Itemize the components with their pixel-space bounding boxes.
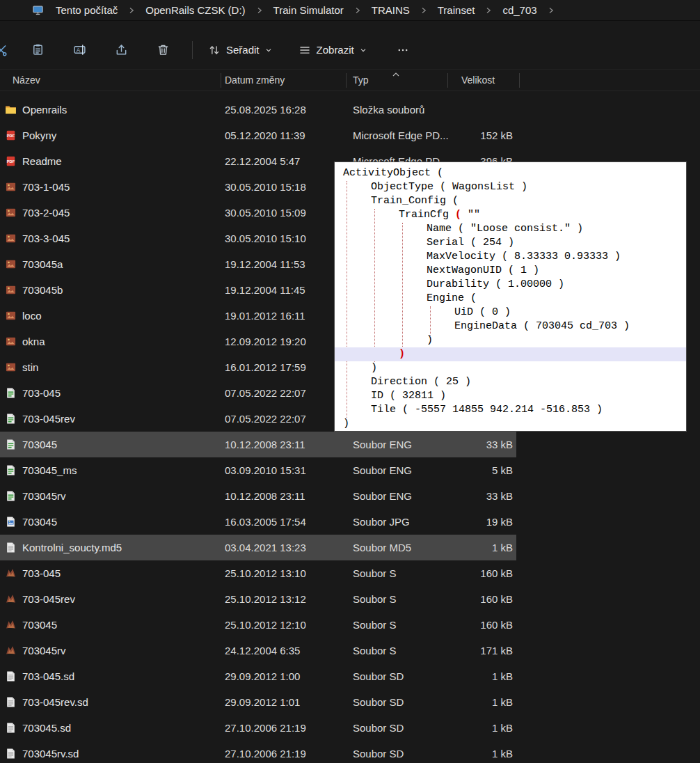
code-line: ): [335, 347, 686, 361]
code-line: MaxVelocity ( 8.33333 0.93333 ): [335, 250, 686, 264]
file-name-cell: okna: [0, 336, 225, 347]
file-row[interactable]: Kontrolni_soucty.md503.04.2021 13:23Soub…: [0, 535, 700, 560]
file-row[interactable]: 703045rv10.12.2008 23:11Soubor ENG33 kB: [0, 483, 700, 509]
sort-button[interactable]: Seřadit: [200, 38, 280, 63]
clipboard-icon: [31, 43, 45, 56]
file-date: 25.10.2012 13:12: [225, 593, 353, 605]
code-line: Name ( "Loose consist." ): [335, 222, 686, 236]
column-divider[interactable]: [447, 73, 448, 88]
file-date: 29.09.2012 1:00: [225, 670, 353, 682]
file-name-cell: 703-045rev.sd: [0, 696, 225, 708]
file-row[interactable]: Openrails25.08.2025 16:28Složka souborů: [0, 97, 700, 123]
column-header-type[interactable]: Typ: [353, 74, 447, 86]
chevron-right-icon: [353, 6, 362, 15]
more-button[interactable]: [389, 38, 417, 63]
file-row[interactable]: 70304516.03.2005 17:54Soubor JPG19 kB: [0, 509, 700, 535]
file-name-cell: PDFReadme: [0, 155, 225, 167]
code-line: Engine (: [335, 292, 686, 306]
breadcrumb-item[interactable]: cd_703: [495, 3, 544, 17]
file-name-cell: 703045rv: [0, 645, 225, 656]
file-date: 05.12.2020 11:39: [225, 129, 353, 141]
file-size: 152 kB: [447, 129, 519, 141]
breadcrumb-item[interactable]: Tento počítač: [48, 3, 125, 17]
file-row[interactable]: 703-04525.10.2012 13:10Soubor S160 kB: [0, 560, 700, 586]
file-size: 1 kB: [447, 670, 519, 682]
file-size: 1 kB: [447, 722, 519, 734]
file-type: Soubor S: [353, 593, 447, 605]
pdf-file-icon: PDF: [5, 129, 17, 141]
file-name-cell: 703045: [0, 516, 225, 528]
file-row[interactable]: 70304525.10.2012 12:10Soubor S160 kB: [0, 612, 700, 638]
column-divider[interactable]: [221, 73, 221, 88]
column-header-size[interactable]: Velikost: [447, 74, 519, 86]
file-size: 33 kB: [447, 439, 519, 450]
paste-button[interactable]: [24, 38, 51, 63]
file-name: 703-045: [22, 387, 61, 399]
share-button[interactable]: [107, 38, 135, 63]
code-line: TrainCfg ( "": [335, 208, 686, 222]
file-name-cell: 703045: [0, 619, 225, 631]
file-file-icon: [5, 542, 17, 553]
file-type: Microsoft Edge PD...: [353, 129, 447, 141]
more-dots-icon: [397, 44, 409, 56]
file-row[interactable]: 703045_ms03.09.2010 15:31Soubor ENG5 kB: [0, 457, 700, 483]
delete-button[interactable]: [149, 38, 177, 63]
file-file-icon: [5, 748, 17, 760]
ace-file-icon: [5, 310, 17, 322]
file-name-cell: 703-045rev: [0, 413, 225, 425]
code-line: Direction ( 25 ): [335, 375, 686, 389]
file-name-cell: 703045: [0, 439, 225, 450]
breadcrumb-item[interactable]: Trainset: [430, 3, 483, 17]
file-size: 160 kB: [447, 567, 519, 579]
file-name-cell: 703-3-045: [0, 233, 225, 244]
file-name: 703045.sd: [22, 722, 71, 734]
file-row[interactable]: 703045rv.sd27.10.2006 21:19Soubor SD1 kB: [0, 741, 700, 763]
toolbar-divider: [192, 41, 193, 59]
pdf-file-icon: PDF: [5, 155, 17, 167]
svg-text:A: A: [76, 47, 80, 54]
column-header-date[interactable]: Datum změny: [225, 74, 353, 86]
column-header-row: Název Datum změny Typ Velikost: [0, 70, 700, 91]
chevron-right-icon: [255, 6, 264, 15]
chevron-right-icon: [127, 6, 136, 15]
address-bar: Tento počítačOpenRails CZSK (D:)Train Si…: [0, 0, 700, 21]
breadcrumb-item[interactable]: OpenRails CZSK (D:): [138, 3, 253, 17]
column-divider[interactable]: [346, 73, 347, 88]
file-date: 27.10.2006 21:19: [225, 722, 353, 734]
file-size: 1 kB: [447, 542, 519, 553]
code-line: NextWagonUID ( 1 ): [335, 264, 686, 278]
file-type: Soubor SD: [353, 748, 447, 760]
breadcrumb-item[interactable]: TRAINS: [364, 3, 417, 17]
breadcrumb-item[interactable]: Train Simulator: [266, 3, 351, 17]
rename-button[interactable]: A: [65, 38, 93, 63]
file-row[interactable]: 70304510.12.2008 23:11Soubor ENG33 kB: [0, 432, 700, 457]
s-file-icon: [5, 567, 17, 579]
column-header-name[interactable]: Název: [0, 74, 225, 86]
file-type: Soubor MD5: [353, 542, 447, 553]
file-row[interactable]: 703045.sd27.10.2006 21:19Soubor SD1 kB: [0, 715, 700, 741]
file-row[interactable]: 703-045rev.sd29.09.2012 1:01Soubor SD1 k…: [0, 689, 700, 715]
cut-icon[interactable]: [0, 43, 9, 58]
file-file-icon: [5, 722, 17, 734]
code-line: EngineData ( 703045 cd_703 ): [335, 320, 686, 333]
file-row[interactable]: 703045rv24.12.2004 6:35Soubor S171 kB: [0, 638, 700, 663]
chevron-right-icon: [484, 6, 493, 15]
file-name-cell: stin: [0, 361, 225, 373]
file-row[interactable]: PDFPokyny05.12.2020 11:39Microsoft Edge …: [0, 123, 700, 148]
file-date: 03.09.2010 15:31: [225, 464, 353, 476]
matched-bracket: ): [399, 348, 405, 360]
file-name-cell: 703045_ms: [0, 464, 225, 476]
file-name-cell: PDFPokyny: [0, 129, 225, 141]
file-row[interactable]: 703-045.sd29.09.2012 1:00Soubor SD1 kB: [0, 663, 700, 689]
chevron-right-icon: [547, 6, 555, 15]
file-size: 160 kB: [447, 619, 519, 631]
file-type: Soubor S: [353, 645, 447, 656]
file-name: 703045: [22, 516, 57, 528]
view-button[interactable]: Zobrazit: [290, 38, 375, 63]
file-name-cell: 703-045.sd: [0, 670, 225, 682]
chevron-right-icon: [420, 6, 428, 15]
code-line: Serial ( 254 ): [335, 236, 686, 250]
file-row[interactable]: 703-045rev25.10.2012 13:12Soubor S160 kB: [0, 586, 700, 612]
file-name: 703045_ms: [22, 464, 77, 476]
column-divider[interactable]: [519, 73, 520, 88]
